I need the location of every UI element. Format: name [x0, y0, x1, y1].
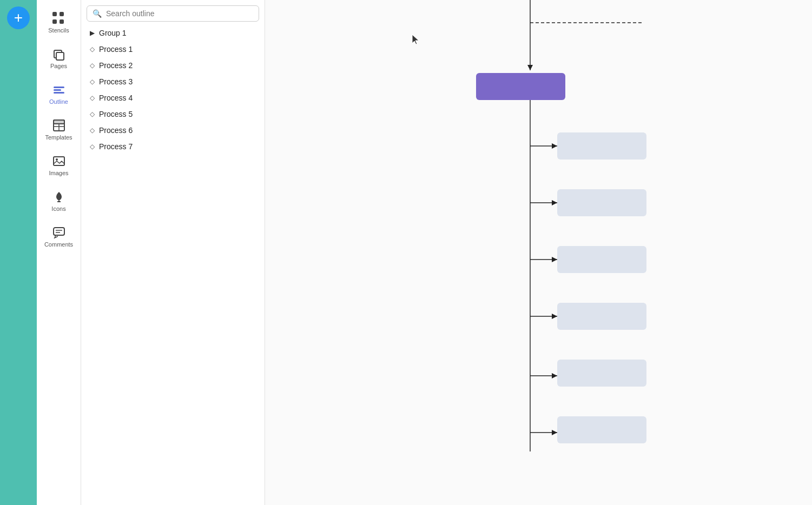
add-button[interactable]: + [7, 6, 30, 29]
outline-icon [51, 82, 67, 97]
svg-marker-18 [552, 200, 557, 205]
process-box-5[interactable] [557, 303, 646, 330]
svg-marker-20 [552, 257, 557, 262]
diamond-icon: ◇ [90, 62, 95, 69]
svg-marker-16 [552, 143, 557, 149]
svg-rect-1 [56, 52, 64, 60]
canvas[interactable] [265, 0, 812, 505]
sidebar-item-pages[interactable]: Pages [37, 41, 81, 75]
diamond-icon: ◇ [90, 78, 95, 85]
svg-marker-24 [552, 373, 557, 378]
outline-item-process4[interactable]: ◇ Process 4 [83, 90, 262, 106]
templates-label: Templates [45, 134, 72, 141]
sidebar-item-outline[interactable]: Outline [37, 77, 81, 110]
diagram-container [265, 0, 812, 505]
outline-item-process1[interactable]: ◇ Process 1 [83, 41, 262, 57]
images-icon [51, 154, 67, 169]
svg-rect-6 [54, 157, 64, 165]
process4-label: Process 4 [99, 94, 133, 102]
sidebar-item-images[interactable]: Images [37, 148, 81, 182]
triangle-icon: ▶ [90, 29, 95, 37]
process3-label: Process 3 [99, 77, 133, 86]
process-box-3[interactable] [557, 189, 646, 216]
process-box-2[interactable] [557, 132, 646, 160]
process6-label: Process 6 [99, 126, 133, 135]
outline-item-process3[interactable]: ◇ Process 3 [83, 74, 262, 90]
sidebar-item-templates[interactable]: Templates [37, 112, 81, 146]
svg-marker-26 [552, 430, 557, 435]
search-icon: 🔍 [93, 9, 102, 18]
teal-sidebar: + [0, 0, 37, 505]
outline-panel: 🔍 ▶ Group 1 ◇ Process 1 ◇ Process 2 ◇ Pr… [81, 0, 265, 505]
stencils-icon [51, 11, 67, 26]
diamond-icon: ◇ [90, 94, 95, 102]
images-label: Images [49, 170, 68, 176]
diamond-icon: ◇ [90, 143, 95, 150]
process5-label: Process 5 [99, 110, 133, 118]
sidebar-item-comments[interactable]: Comments [37, 220, 81, 253]
sidebar-item-icons[interactable]: Icons [37, 184, 81, 217]
pages-icon [51, 46, 67, 62]
search-input[interactable] [106, 9, 253, 18]
process7-label: Process 7 [99, 142, 133, 151]
outline-item-process6[interactable]: ◇ Process 6 [83, 122, 262, 138]
diamond-icon: ◇ [90, 127, 95, 134]
outline-label: Outline [49, 98, 68, 105]
process-box-highlighted[interactable] [476, 73, 565, 100]
process1-label: Process 1 [99, 45, 133, 54]
search-box[interactable]: 🔍 [87, 5, 259, 22]
group1-label: Group 1 [99, 29, 127, 37]
process-box-4[interactable] [557, 246, 646, 273]
diamond-icon: ◇ [90, 45, 95, 53]
process2-label: Process 2 [99, 61, 133, 70]
stencils-label: Stencils [48, 27, 69, 34]
svg-point-7 [56, 158, 58, 161]
outline-item-process2[interactable]: ◇ Process 2 [83, 57, 262, 74]
process-box-6[interactable] [557, 360, 646, 387]
svg-marker-13 [527, 65, 533, 70]
diamond-icon: ◇ [90, 110, 95, 118]
comments-label: Comments [44, 241, 73, 248]
pages-label: Pages [50, 63, 67, 69]
sidebar-item-stencils[interactable]: Stencils [37, 5, 81, 39]
icons-label: Icons [51, 205, 65, 212]
svg-rect-8 [54, 228, 64, 235]
outline-item-process7[interactable]: ◇ Process 7 [83, 138, 262, 155]
svg-marker-22 [552, 314, 557, 319]
process-box-7[interactable] [557, 416, 646, 443]
outline-list: ▶ Group 1 ◇ Process 1 ◇ Process 2 ◇ Proc… [81, 25, 265, 505]
comments-icon [51, 225, 67, 240]
icon-sidebar: Stencils Pages Outline [37, 0, 81, 505]
outline-item-group1[interactable]: ▶ Group 1 [83, 25, 262, 41]
templates-icon [51, 118, 67, 133]
icons-icon [51, 189, 67, 204]
svg-rect-3 [54, 120, 64, 124]
outline-item-process5[interactable]: ◇ Process 5 [83, 106, 262, 122]
